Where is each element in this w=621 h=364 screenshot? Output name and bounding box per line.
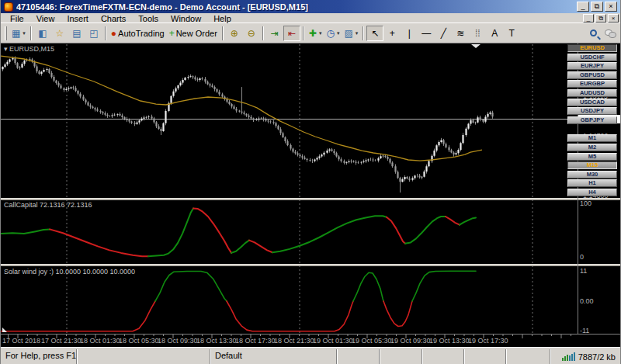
data-window-button[interactable]: ◰ <box>85 26 102 41</box>
crosshair-button[interactable]: + <box>383 26 401 41</box>
indicators-list-button[interactable]: ✚▾ <box>307 26 324 41</box>
new-order-button-label: New Order <box>176 29 217 38</box>
symbol-timeframe-sidebar: EURUSDUSDCHFEURJPYGBPUSDEURGBPAUDUSDUSDC… <box>567 44 618 198</box>
timeframe-button-m15[interactable]: M15 <box>567 161 617 169</box>
dropdown-arrow-icon: ▾ <box>356 30 359 36</box>
chart-shift-icon: ⇤ <box>288 29 296 38</box>
symbol-button-gbpjpy[interactable]: GBPJPY <box>567 116 617 124</box>
profiles-button[interactable]: ◧ <box>34 26 51 41</box>
text-label-button[interactable]: T <box>503 26 520 41</box>
time-axis-label: 19 Oct 01:30 <box>313 337 353 345</box>
symbol-button-eurusd[interactable]: EURUSD <box>567 44 617 52</box>
symbol-button-usdcad[interactable]: USDCAD <box>567 99 617 106</box>
pitchfork-button[interactable]: ⁞⁞ <box>469 26 486 41</box>
zoom-in-button[interactable]: ⊕ <box>226 26 243 41</box>
child-close-button[interactable]: × <box>608 14 619 23</box>
horizontal-line-button[interactable]: — <box>418 26 435 41</box>
time-axis-label: 18 Oct 05:30 <box>119 337 159 345</box>
time-axis-label: 18 Oct 01:30 <box>80 337 120 345</box>
horizontal-line-icon: — <box>422 29 431 38</box>
menu-bar: FileViewInsertChartsToolsWindowHelp _ ⧉ … <box>1 13 620 23</box>
indicator2-scale-mid: 0.00 <box>580 297 594 305</box>
search-button[interactable] <box>585 26 602 41</box>
timeframe-button-h4[interactable]: H4 <box>567 189 617 196</box>
vertical-line-button[interactable]: | <box>401 26 418 41</box>
chart-window[interactable]: 1.154401.152751.151151.149501.147901.146… <box>1 43 621 347</box>
dropdown-arrow-icon: ▾ <box>23 30 26 36</box>
indicator1-scale-max: 100 <box>580 199 592 207</box>
zoom-out-icon: ⊖ <box>248 29 255 38</box>
chart-canvas[interactable]: 1.154401.152751.151151.149501.147901.146… <box>1 43 621 347</box>
auto-scroll-button[interactable]: ⇥ <box>266 26 283 41</box>
text-label-icon: T <box>509 29 515 38</box>
timeframe-button-m2[interactable]: M2 <box>567 144 617 151</box>
sidebar-gap <box>567 125 618 134</box>
chat-button[interactable] <box>602 26 619 41</box>
close-button[interactable]: × <box>605 2 617 12</box>
menu-item-tools[interactable]: Tools <box>132 14 165 23</box>
zoom-out-button[interactable]: ⊖ <box>243 26 260 41</box>
profiles-icon: ◧ <box>38 29 47 38</box>
dropdown-arrow-icon: ▾ <box>319 30 322 36</box>
toolbar-separator <box>105 26 106 40</box>
minimize-button[interactable]: _ <box>577 2 589 12</box>
periods-button[interactable]: ◷▾ <box>324 26 342 41</box>
toolbar-separator <box>262 26 264 40</box>
timeframe-button-m1[interactable]: M1 <box>567 134 617 142</box>
data-window-icon: ◰ <box>89 29 98 38</box>
restore-button[interactable]: ⧉ <box>591 2 603 12</box>
menu-item-insert[interactable]: Insert <box>61 14 95 23</box>
timeframe-button-m5[interactable]: M5 <box>567 153 617 161</box>
status-bar: For Help, press F1Default7887/2 kb <box>1 347 621 364</box>
status-cell <box>337 349 380 364</box>
timeframe-button-h1[interactable]: H1 <box>567 179 617 187</box>
window-title: 47105446: ForexTimeFXTM-ECN-demo - Demo … <box>16 2 577 12</box>
symbol-button-eurgbp[interactable]: EURGBP <box>567 80 617 88</box>
favorites-button[interactable]: ☆ <box>51 26 68 41</box>
chart-shift-button[interactable]: ⇤ <box>283 26 300 41</box>
traffic-counter: 7887/2 kb <box>578 352 616 362</box>
time-axis-label: 18 Oct 17:30 <box>235 337 276 345</box>
fibonacci-button[interactable]: ≋ <box>452 26 469 41</box>
child-window-controls: _ ⧉ × <box>583 14 619 23</box>
chart-symbol-label: ▾ EURUSD,M15 <box>4 45 54 53</box>
templates-button[interactable]: ▨▾ <box>342 26 360 41</box>
market-watch-button[interactable]: ▤ <box>68 26 85 41</box>
status-cell <box>464 349 506 364</box>
menu-item-charts[interactable]: Charts <box>95 14 132 23</box>
cursor-icon: ↖ <box>371 29 379 38</box>
symbol-button-usdchf[interactable]: USDCHF <box>567 54 617 61</box>
periods-icon: ◷ <box>326 29 334 38</box>
symbol-button-gbpusd[interactable]: GBPUSD <box>567 71 617 79</box>
time-axis-label: 19 Oct 17:30 <box>468 337 508 345</box>
symbol-button-eurjpy[interactable]: EURJPY <box>567 62 617 70</box>
indicator2-scale-min: -11 <box>580 327 589 335</box>
text-icon: A <box>491 29 498 38</box>
fibonacci-icon: ≋ <box>456 29 464 38</box>
symbol-button-usdjpy[interactable]: USDJPY <box>567 107 617 115</box>
new-order-button[interactable]: +New Order <box>167 26 220 41</box>
child-minimize-button[interactable]: _ <box>583 14 594 23</box>
toolbar-separator <box>30 26 32 40</box>
symbol-button-audusd[interactable]: AUDUSD <box>567 89 617 97</box>
menu-item-help[interactable]: Help <box>207 14 238 23</box>
cursor-button[interactable]: ↖ <box>366 26 383 41</box>
pitchfork-icon: ⁞⁞ <box>475 29 480 38</box>
connection-status: 7887/2 kb <box>559 349 621 364</box>
autotrading-icon: ● <box>111 29 116 38</box>
status-cell <box>380 349 422 364</box>
status-cell <box>422 349 464 364</box>
new-chart-button[interactable]: ▦▾ <box>9 26 28 41</box>
toolbar-grip <box>5 26 7 40</box>
menu-item-window[interactable]: Window <box>165 14 207 23</box>
child-restore-button[interactable]: ⧉ <box>595 14 606 23</box>
time-axis-label: 19 Oct 13:30 <box>429 337 470 345</box>
timeframe-button-m30[interactable]: M30 <box>567 171 617 179</box>
menu-item-file[interactable]: File <box>4 14 30 23</box>
text-button[interactable]: A <box>486 26 503 41</box>
autotrading-button[interactable]: ●AutoTrading <box>109 26 167 41</box>
status-cell <box>77 349 210 364</box>
menu-item-view[interactable]: View <box>30 14 61 23</box>
indicator1-scale-min: 0 <box>580 253 584 261</box>
trendline-button[interactable]: ╱ <box>435 26 452 41</box>
